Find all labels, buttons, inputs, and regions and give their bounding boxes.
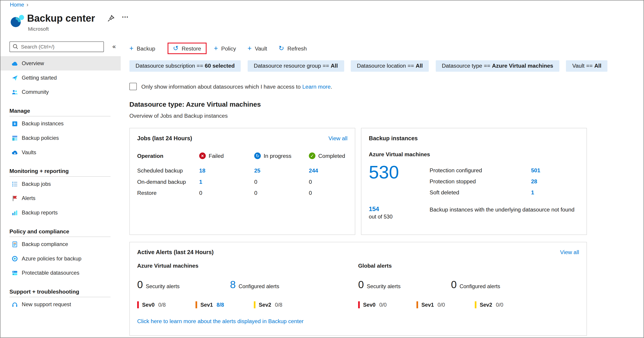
sev-value-link[interactable]: 8/8 xyxy=(216,302,224,308)
instances-group-title: Azure Virtual machines xyxy=(369,151,579,157)
sidebar-item-getting-started[interactable]: Getting started xyxy=(0,71,121,85)
access-filter-period: . xyxy=(331,83,332,90)
completed-status-icon: ✓ xyxy=(309,153,315,159)
stat-value-link[interactable]: 501 xyxy=(531,167,540,173)
jobs-col-completed: ✓ Completed xyxy=(309,150,348,162)
filter-pill-datasource-type[interactable]: Datasource type==Azure Virtual machines xyxy=(436,60,560,72)
sidebar-item-backup-instances[interactable]: Backup instances xyxy=(0,116,121,131)
sidebar-search-row: « xyxy=(0,38,121,56)
refresh-button-label: Refresh xyxy=(287,45,307,51)
restore-icon: ↺ xyxy=(173,45,178,52)
policy-button[interactable]: + Policy xyxy=(214,45,236,52)
filter-pill-datasource-subscription[interactable]: Datasource subscription==60 selected xyxy=(130,60,241,72)
more-options-icon[interactable]: … xyxy=(122,11,129,20)
support-icon xyxy=(12,301,18,308)
sidebar-item-label: Backup policies xyxy=(22,135,59,141)
severity-sev1: Sev1 0/0 xyxy=(416,301,475,308)
sidebar-item-backup-compliance[interactable]: Backup compliance xyxy=(0,237,121,251)
breadcrumb-home-link[interactable]: Home xyxy=(10,1,24,8)
jobs-value-link[interactable]: 25 xyxy=(254,168,260,174)
sidebar-item-azure-policies[interactable]: Azure policies for backup xyxy=(0,251,121,266)
stat-value-link[interactable]: 1 xyxy=(531,189,534,195)
severity-sev2: Sev2 0/0 xyxy=(475,301,533,308)
filter-value: All xyxy=(331,63,338,69)
filter-pill-datasource-location[interactable]: Datasource location==All xyxy=(351,60,429,72)
stat-label: Soft deleted xyxy=(430,189,531,195)
alerts-group-title: Azure Virtual machines xyxy=(137,263,358,269)
security-alerts-count: 0 Security alerts xyxy=(358,279,451,291)
sidebar-section-monitoring: Monitoring + reporting xyxy=(10,168,110,176)
search-input[interactable] xyxy=(10,41,104,52)
collapse-sidebar-icon[interactable]: « xyxy=(112,43,116,49)
alerts-view-all-link[interactable]: View all xyxy=(560,249,579,255)
sev-value: 0/8 xyxy=(275,302,282,308)
restore-highlight-box: ↺ Restore xyxy=(168,43,206,54)
sidebar-item-label: Backup compliance xyxy=(22,241,68,247)
filter-name: Datasource resource group xyxy=(254,63,321,69)
sidebar-item-protectable-datasources[interactable]: Protectable datasources xyxy=(0,266,121,280)
overview-icon xyxy=(12,60,18,66)
in-progress-status-icon: ↻ xyxy=(254,153,261,159)
sidebar-item-backup-jobs[interactable]: Backup jobs xyxy=(0,177,121,191)
backup-compliance-icon xyxy=(12,241,18,247)
refresh-button[interactable]: ↻ Refresh xyxy=(278,45,307,52)
stat-value-link[interactable]: 28 xyxy=(531,178,537,184)
restore-button[interactable]: ↺ Restore xyxy=(173,45,201,52)
sev-name: Sev2 xyxy=(259,302,271,308)
sidebar-item-backup-policies[interactable]: Backup policies xyxy=(0,131,121,145)
access-checkbox[interactable] xyxy=(130,83,137,90)
sidebar-item-label: Vaults xyxy=(22,149,36,155)
vault-button[interactable]: + Vault xyxy=(248,45,267,52)
search-box xyxy=(10,41,104,52)
sidebar-item-alerts[interactable]: Alerts xyxy=(0,191,121,205)
main-content: + Backup ↺ Restore + Policy + Vault ↻ Re… xyxy=(121,38,644,337)
count-label: Configured alerts xyxy=(238,283,279,289)
sev2-bar-icon xyxy=(475,301,476,308)
access-filter-text: Only show information about datasources … xyxy=(141,83,300,90)
sidebar-item-label: New support request xyxy=(22,301,71,307)
jobs-col-completed-label: Completed xyxy=(318,153,345,159)
alerts-learn-more-link[interactable]: Click here to learn more about the alert… xyxy=(137,318,304,324)
filter-operator: == xyxy=(586,63,593,69)
alerts-group-global: Global alerts 0 Security alerts 0 Config… xyxy=(358,263,579,308)
filter-pill-vault[interactable]: Vault==All xyxy=(566,60,608,72)
jobs-value-link[interactable]: 1 xyxy=(199,179,202,185)
sidebar-item-label: Community xyxy=(22,89,49,95)
severity-sev0: Sev0 0/8 xyxy=(137,301,196,308)
community-icon xyxy=(12,89,18,95)
sev1-bar-icon xyxy=(416,301,418,308)
sidebar-item-backup-reports[interactable]: Backup reports xyxy=(0,205,121,220)
sidebar-item-vaults[interactable]: Vaults xyxy=(0,145,121,160)
severity-sev2: Sev2 0/8 xyxy=(254,301,312,308)
jobs-row-operation: On-demand backup xyxy=(137,176,199,187)
count-number: 0 xyxy=(451,279,456,291)
filter-operator: == xyxy=(197,63,203,69)
learn-more-link[interactable]: Learn more xyxy=(302,83,331,90)
jobs-row-operation: Restore xyxy=(137,187,199,198)
jobs-value: 0 xyxy=(309,190,312,196)
pin-icon[interactable] xyxy=(107,15,115,22)
sidebar-item-overview[interactable]: Overview xyxy=(0,56,121,71)
sidebar-item-community[interactable]: Community xyxy=(0,85,121,99)
sidebar-item-new-support-request[interactable]: New support request xyxy=(0,297,121,312)
security-alerts-count: 0 Security alerts xyxy=(137,279,230,291)
count-number-link[interactable]: 8 xyxy=(230,279,236,291)
sidebar-item-label: Backup reports xyxy=(22,209,58,216)
filter-name: Datasource subscription xyxy=(136,63,195,69)
jobs-value-link[interactable]: 18 xyxy=(199,168,205,174)
stat-label: Protection stopped xyxy=(430,178,531,184)
not-found-count-link[interactable]: 154 xyxy=(369,205,430,212)
filter-pill-datasource-resource-group[interactable]: Datasource resource group==All xyxy=(248,60,344,72)
jobs-value-link[interactable]: 244 xyxy=(309,168,318,174)
active-alerts-card: Active Alerts (last 24 Hours) View all A… xyxy=(130,242,587,336)
jobs-value: 0 xyxy=(309,179,312,185)
datasource-type-heading: Datasource type: Azure Virtual machines xyxy=(130,100,261,108)
filter-value: All xyxy=(594,63,601,69)
count-label: Security alerts xyxy=(366,283,400,289)
instances-total[interactable]: 530 xyxy=(369,162,430,198)
backup-instances-icon xyxy=(12,120,18,127)
backup-button[interactable]: + Backup xyxy=(130,45,155,52)
jobs-col-in-progress: ↻ In progress xyxy=(254,150,309,162)
jobs-view-all-link[interactable]: View all xyxy=(328,135,348,141)
jobs-value: 0 xyxy=(254,179,257,185)
